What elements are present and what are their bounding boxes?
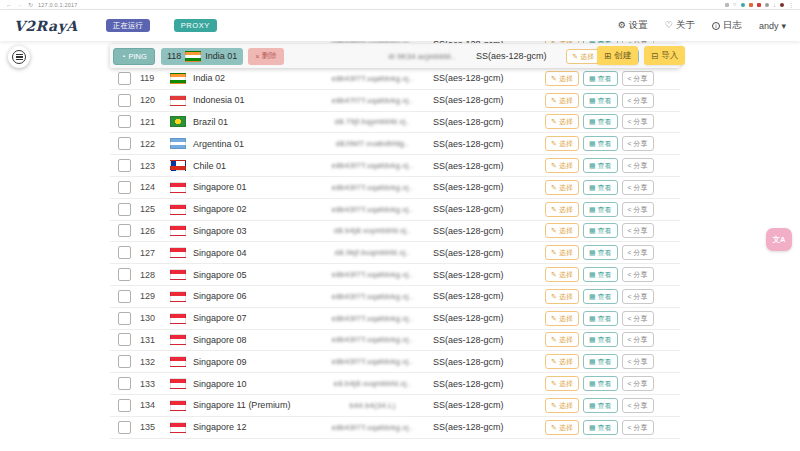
share-button[interactable]: <分享 xyxy=(622,289,654,304)
select-button[interactable]: ✎选择 xyxy=(545,267,579,282)
hovered-server-row[interactable]: ◔ PING 118 India 01 × 删除 4l 9K34 acjmbbM… xyxy=(110,44,680,68)
share-button[interactable]: <分享 xyxy=(622,71,654,86)
service-status-badge[interactable]: 正在运行 xyxy=(106,19,150,32)
share-button[interactable]: <分享 xyxy=(622,398,654,413)
browser-back-icon[interactable]: ← xyxy=(6,2,12,8)
row-checkbox[interactable] xyxy=(118,224,131,237)
row-checkbox[interactable] xyxy=(118,333,131,346)
create-button[interactable]: ⊞ 创建 xyxy=(597,46,638,65)
select-button[interactable]: ✎选择 xyxy=(545,71,579,86)
extension-icon[interactable] xyxy=(757,3,761,7)
floating-menu-button[interactable] xyxy=(8,46,30,68)
view-button[interactable]: ▦查看 xyxy=(583,398,618,413)
extension-icon[interactable] xyxy=(741,3,745,7)
view-button[interactable]: ▦查看 xyxy=(583,420,618,435)
row-checkbox[interactable] xyxy=(118,290,131,303)
extension-icon[interactable] xyxy=(725,3,729,7)
view-button[interactable]: ▦查看 xyxy=(583,93,618,108)
select-button[interactable]: ✎选择 xyxy=(545,136,579,151)
share-button[interactable]: <分享 xyxy=(622,158,654,173)
bookmark-star-icon[interactable]: ☆ xyxy=(733,2,737,7)
table-row: 126 Singapore 03 d8.b4j8.vuymbbfd.xj.. S… xyxy=(110,221,680,243)
row-checkbox[interactable] xyxy=(118,159,131,172)
share-button[interactable]: <分享 xyxy=(622,332,654,347)
row-checkbox[interactable] xyxy=(118,246,131,259)
extension-icon[interactable] xyxy=(749,3,753,7)
server-protocol: SS(aes-128-gcm) xyxy=(425,357,545,367)
select-button[interactable]: ✎选择 xyxy=(545,114,579,129)
select-button[interactable]: ✎选择 xyxy=(545,180,579,195)
select-button[interactable]: ✎选择 xyxy=(545,420,579,435)
row-checkbox[interactable] xyxy=(118,137,131,150)
view-button[interactable]: ▦查看 xyxy=(583,180,618,195)
share-button[interactable]: <分享 xyxy=(622,202,654,217)
select-button[interactable]: ✎选择 xyxy=(545,202,579,217)
about-menu-item[interactable]: ♡ 关于 xyxy=(665,19,695,32)
share-button[interactable]: <分享 xyxy=(622,136,654,151)
share-button[interactable]: <分享 xyxy=(622,245,654,260)
row-checkbox[interactable] xyxy=(118,115,131,128)
settings-menu-item[interactable]: ⚙ 设置 xyxy=(618,19,648,32)
view-button[interactable]: ▦查看 xyxy=(583,202,618,217)
view-button[interactable]: ▦查看 xyxy=(583,136,618,151)
row-checkbox[interactable] xyxy=(118,421,131,434)
share-button[interactable]: <分享 xyxy=(622,376,654,391)
select-button[interactable]: ✎选择 xyxy=(545,311,579,326)
row-checkbox[interactable] xyxy=(118,203,131,216)
row-checkbox[interactable] xyxy=(118,399,131,412)
select-button[interactable]: ✎选择 xyxy=(545,354,579,369)
share-button[interactable]: <分享 xyxy=(622,420,654,435)
select-button[interactable]: ✎选择 xyxy=(545,398,579,413)
select-button[interactable]: ✎选择 xyxy=(545,332,579,347)
view-button[interactable]: ▦查看 xyxy=(583,114,618,129)
import-button[interactable]: ⊟ 导入 xyxy=(644,46,685,65)
row-checkbox[interactable] xyxy=(118,312,131,325)
view-button[interactable]: ▦查看 xyxy=(583,267,618,282)
download-icon[interactable]: ↓ xyxy=(773,2,776,8)
share-button[interactable]: <分享 xyxy=(622,180,654,195)
select-button[interactable]: ✎选择 xyxy=(566,49,600,64)
translate-floating-button[interactable]: 文A xyxy=(766,228,792,251)
share-icon: < xyxy=(628,75,632,82)
share-icon: < xyxy=(628,227,632,234)
select-button[interactable]: ✎选择 xyxy=(545,223,579,238)
extension-icon[interactable] xyxy=(765,3,769,7)
user-dropdown[interactable]: andy ▾ xyxy=(759,21,786,31)
log-menu-item[interactable]: i 日志 xyxy=(712,19,742,32)
view-button[interactable]: ▦查看 xyxy=(583,354,618,369)
browser-menu-icon[interactable]: ⋮ xyxy=(788,2,794,8)
row-checkbox[interactable] xyxy=(118,377,131,390)
view-button[interactable]: ▦查看 xyxy=(583,71,618,86)
row-checkbox[interactable] xyxy=(118,355,131,368)
browser-reload-icon[interactable]: ↻ xyxy=(28,2,33,8)
profile-avatar-icon[interactable] xyxy=(780,3,784,7)
share-button[interactable]: <分享 xyxy=(622,114,654,129)
view-button[interactable]: ▦查看 xyxy=(583,289,618,304)
row-checkbox[interactable] xyxy=(118,268,131,281)
view-button[interactable]: ▦查看 xyxy=(583,332,618,347)
view-button[interactable]: ▦查看 xyxy=(583,245,618,260)
row-checkbox[interactable] xyxy=(118,181,131,194)
share-button[interactable]: <分享 xyxy=(622,354,654,369)
select-button[interactable]: ✎选择 xyxy=(545,93,579,108)
share-button[interactable]: <分享 xyxy=(622,311,654,326)
share-button[interactable]: <分享 xyxy=(622,223,654,238)
row-checkbox[interactable] xyxy=(118,94,131,107)
share-button[interactable]: <分享 xyxy=(622,93,654,108)
proxy-mode-badge[interactable]: PROXY xyxy=(174,19,217,32)
select-button[interactable]: ✎选择 xyxy=(545,289,579,304)
delete-button[interactable]: × 删除 xyxy=(248,48,283,65)
address-bar[interactable]: 127.0.0.1:2017 xyxy=(38,2,78,8)
view-button[interactable]: ▦查看 xyxy=(583,158,618,173)
country-flag-icon xyxy=(170,95,186,106)
select-button[interactable]: ✎选择 xyxy=(545,158,579,173)
view-button[interactable]: ▦查看 xyxy=(583,376,618,391)
view-button[interactable]: ▦查看 xyxy=(583,311,618,326)
row-checkbox[interactable] xyxy=(118,72,131,85)
share-button[interactable]: <分享 xyxy=(622,267,654,282)
view-button[interactable]: ▦查看 xyxy=(583,223,618,238)
select-button[interactable]: ✎选择 xyxy=(545,245,579,260)
ping-button[interactable]: ◔ PING xyxy=(113,48,155,65)
browser-forward-icon[interactable]: → xyxy=(17,2,23,8)
select-button[interactable]: ✎选择 xyxy=(545,376,579,391)
